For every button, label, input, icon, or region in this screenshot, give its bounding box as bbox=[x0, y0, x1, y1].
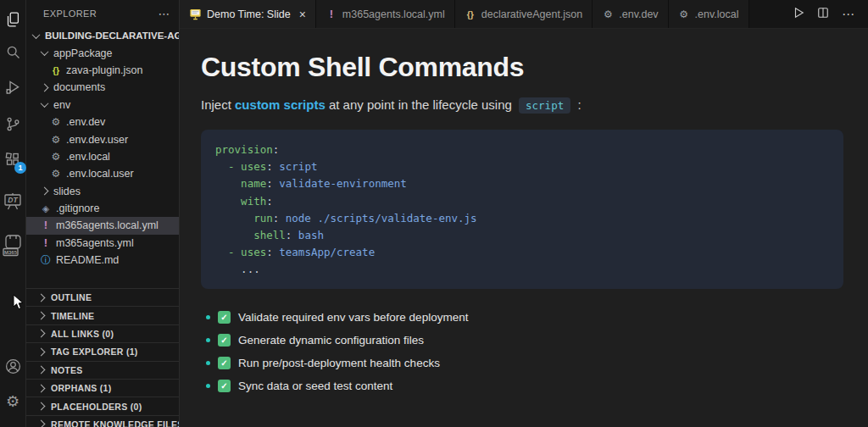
tree-item-label: .gitignore bbox=[56, 202, 99, 214]
code-token bbox=[215, 229, 253, 241]
code-line: run: node ./scripts/validate-env.js bbox=[215, 210, 843, 227]
code-line: name: validate-environment bbox=[215, 175, 843, 192]
bullet-icon bbox=[206, 315, 210, 319]
explorer-icon[interactable] bbox=[0, 10, 25, 29]
code-token bbox=[215, 177, 241, 190]
sidebar-section[interactable]: TAG EXPLORER (1) bbox=[26, 342, 179, 360]
gear-file-icon: ⚙ bbox=[602, 8, 614, 20]
tree-item[interactable]: env bbox=[26, 97, 179, 114]
tree-item[interactable]: ⓘREADME.md bbox=[26, 252, 179, 269]
split-editor-button[interactable] bbox=[817, 7, 829, 22]
feature-checklist: ✓Validate required env vars before deplo… bbox=[201, 311, 868, 392]
tab-env-local[interactable]: ⚙.env.local bbox=[669, 0, 749, 28]
tree-item-label: slides bbox=[53, 186, 81, 197]
m365-agents-toolkit-icon[interactable]: M365 bbox=[0, 234, 25, 259]
tree-item[interactable]: !m365agents.local.yml bbox=[26, 217, 179, 234]
file-tree-items: appPackage{}zava-plugin.jsondocumentsenv… bbox=[26, 44, 179, 269]
tab-m365agents-local-yml[interactable]: !m365agents.local.yml bbox=[316, 0, 455, 28]
explorer-sidebar: EXPLORER ⋯ BUILDING-DECLARATIVE-AGE... a… bbox=[26, 0, 180, 427]
code-token bbox=[215, 246, 228, 258]
tabs: Demo Time: Slide×!m365agents.local.yml{}… bbox=[180, 0, 749, 28]
tree-item[interactable]: ⚙.env.dev.user bbox=[26, 130, 179, 147]
chevron-right-icon bbox=[41, 83, 49, 92]
code-token: shell bbox=[253, 229, 286, 241]
explorer-header: EXPLORER ⋯ bbox=[26, 0, 179, 27]
tree-item[interactable]: ⚙.env.local.user bbox=[26, 165, 179, 182]
more-actions-button[interactable]: ⋯ bbox=[842, 11, 855, 18]
run-button[interactable] bbox=[793, 7, 804, 22]
sidebar-section-label: TAG EXPLORER (1) bbox=[51, 347, 138, 357]
sidebar-section[interactable]: ALL LINKS (0) bbox=[26, 324, 179, 342]
account-icon[interactable] bbox=[0, 358, 25, 375]
tab-demo-time-slide[interactable]: Demo Time: Slide× bbox=[180, 0, 316, 28]
demo-time-activity-icon[interactable]: DT bbox=[0, 192, 25, 212]
slide-title: Custom Shell Commands bbox=[201, 52, 868, 83]
code-token bbox=[215, 212, 253, 225]
tree-item-label: README.md bbox=[56, 254, 119, 266]
tree-item[interactable]: ◈.gitignore bbox=[26, 200, 179, 217]
tree-item-label: m365agents.local.yml bbox=[56, 219, 159, 231]
yaml-file-icon: ! bbox=[326, 8, 337, 20]
info-file-icon: ⓘ bbox=[40, 254, 52, 266]
sidebar-section-label: ORPHANS (1) bbox=[51, 383, 112, 393]
tree-item[interactable]: !m365agents.yml bbox=[26, 235, 179, 252]
tab-env-dev[interactable]: ⚙.env.dev bbox=[593, 0, 668, 28]
chevron-right-icon bbox=[37, 330, 46, 338]
gear-file-icon: ⚙ bbox=[50, 134, 62, 146]
gear-file-icon: ⚙ bbox=[50, 116, 62, 128]
sidebar-section-label: TIMELINE bbox=[51, 311, 94, 321]
tree-item[interactable]: ⚙.env.local bbox=[26, 148, 179, 165]
extensions-badge: 1 bbox=[14, 162, 26, 174]
svg-text:M365: M365 bbox=[4, 250, 18, 255]
code-line: - uses: script bbox=[215, 158, 843, 175]
tree-root-label: BUILDING-DECLARATIVE-AGE... bbox=[45, 30, 179, 41]
vscode-window: 1 DT M365 ⚙ EXPLORER ⋯ bbox=[0, 0, 868, 427]
tab-label: Demo Time: Slide bbox=[207, 8, 291, 20]
code-token bbox=[215, 160, 228, 173]
sidebar-section[interactable]: ORPHANS (1) bbox=[26, 379, 179, 396]
sidebar-section[interactable]: TIMELINE bbox=[26, 306, 179, 324]
checkbox-checked-icon: ✓ bbox=[218, 357, 231, 369]
explorer-more-icon[interactable]: ⋯ bbox=[159, 9, 170, 18]
chevron-right-icon bbox=[37, 420, 46, 427]
sidebar-section-label: OUTLINE bbox=[51, 292, 92, 302]
tree-item[interactable]: ⚙.env.dev bbox=[26, 114, 179, 130]
close-icon[interactable]: × bbox=[299, 8, 306, 21]
run-debug-icon[interactable] bbox=[0, 79, 25, 97]
bullet-icon bbox=[206, 384, 210, 388]
tab-declarativeagent-json[interactable]: {}declarativeAgent.json bbox=[455, 0, 593, 28]
source-control-icon[interactable] bbox=[0, 115, 25, 133]
code-token: name bbox=[241, 177, 266, 190]
tree-item-label: zava-plugin.json bbox=[66, 64, 142, 76]
slide-content: Custom Shell Commands Inject custom scri… bbox=[180, 29, 868, 392]
yaml-file-icon: ! bbox=[40, 219, 52, 231]
sidebar-section-label: REMOTE KNOWLEDGE FILES bbox=[51, 419, 180, 427]
slide-subtitle: Inject custom scripts at any point in th… bbox=[201, 97, 868, 112]
checklist-item-label: Generate dynamic configuration files bbox=[238, 334, 424, 347]
code-line: provision: bbox=[215, 141, 843, 158]
tab-label: .env.dev bbox=[619, 8, 658, 20]
tree-item[interactable]: slides bbox=[26, 183, 179, 200]
code-token: - uses bbox=[228, 160, 266, 173]
tree-item[interactable]: appPackage bbox=[26, 44, 179, 61]
sidebar-section[interactable]: PLACEHOLDERS (0) bbox=[26, 396, 179, 414]
search-icon[interactable] bbox=[0, 43, 25, 61]
sidebar-section[interactable]: REMOTE KNOWLEDGE FILES bbox=[26, 415, 179, 427]
extensions-icon[interactable]: 1 bbox=[0, 151, 25, 169]
chevron-down-icon bbox=[32, 30, 41, 39]
tree-root-folder[interactable]: BUILDING-DECLARATIVE-AGE... bbox=[26, 27, 179, 44]
tree-item-label: .env.dev.user bbox=[66, 134, 128, 146]
checkbox-checked-icon: ✓ bbox=[218, 311, 231, 324]
code-line: - uses: teamsApp/create bbox=[215, 244, 843, 261]
code-token: with bbox=[241, 195, 266, 208]
tree-item[interactable]: {}zava-plugin.json bbox=[26, 62, 179, 79]
code-line: shell: bash bbox=[215, 227, 843, 244]
sidebar-section[interactable]: OUTLINE bbox=[26, 288, 179, 306]
tree-item[interactable]: documents bbox=[26, 79, 179, 96]
diamond-file-icon: ◈ bbox=[40, 202, 52, 214]
code-line: ... bbox=[215, 261, 843, 278]
code-token: : bbox=[266, 160, 273, 173]
sidebar-section[interactable]: NOTES bbox=[26, 361, 179, 379]
settings-gear-icon[interactable]: ⚙ bbox=[0, 393, 25, 410]
checklist-item-label: Run pre/post-deployment health checks bbox=[238, 357, 440, 369]
